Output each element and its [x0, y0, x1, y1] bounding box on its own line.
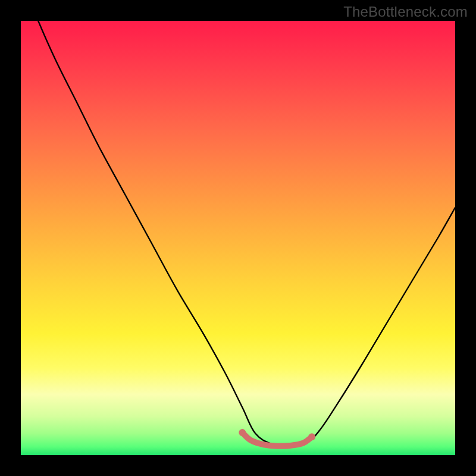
bottleneck-curve-line	[21, 21, 455, 447]
chart-overlay	[21, 21, 455, 455]
watermark-text: TheBottleneck.com	[343, 4, 468, 20]
chart-frame: TheBottleneck.com	[0, 0, 476, 476]
optimal-range-start-dot	[239, 429, 246, 436]
optimal-range-highlight-line	[242, 433, 312, 446]
optimal-range-end-dot	[308, 433, 315, 440]
